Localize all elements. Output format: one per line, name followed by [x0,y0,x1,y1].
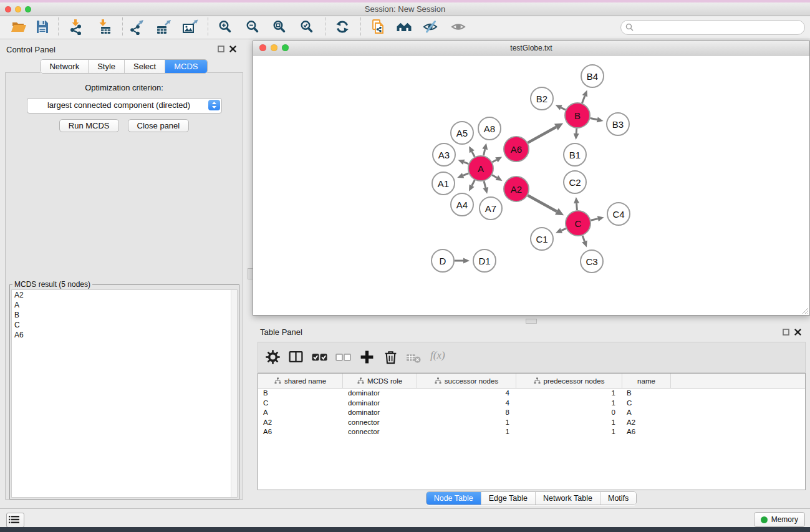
graph-edge-B-B2[interactable] [561,108,566,110]
graph-edge-C-C3[interactable] [582,236,584,241]
search-field[interactable] [620,20,805,35]
show-graphics-details-icon[interactable] [423,19,439,35]
table-cell[interactable]: 1 [516,418,622,428]
table-cell[interactable]: 8 [417,408,516,418]
graph-edge-A-A8[interactable] [483,149,485,155]
mcds-result-item[interactable]: A6 [12,330,237,340]
network-window-titlebar[interactable]: testGlobe.txt [253,41,809,56]
graph-edge-C-C2[interactable] [577,203,577,210]
table-cell[interactable]: A2 [622,418,671,428]
add-column-icon[interactable] [359,349,375,365]
table-cell[interactable]: dominator [343,408,417,418]
graph-edge-A-A5[interactable] [472,152,475,157]
graph-edge-A2-C[interactable] [528,195,557,211]
criterion-dropdown[interactable]: largest connected component (directed) [27,98,222,114]
graph-edge-A-A7[interactable] [484,181,486,188]
table-cell[interactable]: 1 [516,399,622,409]
tab-network-table[interactable]: Network Table [536,492,600,505]
table-cell[interactable]: C [622,399,671,409]
tab-mcds[interactable]: MCDS [165,60,206,73]
table-cell[interactable]: 1 [516,389,622,399]
open-session-icon[interactable] [11,19,27,35]
delete-table-icon[interactable] [406,349,422,365]
column-header-predecessor-nodes[interactable]: predecessor nodes [516,374,622,388]
column-header-shared-name[interactable]: shared name [258,374,343,388]
table-cell[interactable]: 1 [417,418,516,428]
table-cell[interactable]: dominator [343,389,417,399]
graph-edge-A-A6[interactable] [492,160,496,162]
table-cell[interactable]: 4 [417,389,516,399]
table-row[interactable]: A2connector11A2 [258,418,805,428]
tab-edge-table[interactable]: Edge Table [481,492,536,505]
export-image-icon[interactable] [182,19,198,35]
graph-edge-B-B1[interactable] [576,128,577,133]
mcds-result-item[interactable]: C [12,320,237,330]
zoom-fit-icon[interactable] [271,19,287,35]
table-cell[interactable]: A [258,408,343,418]
table-cell[interactable]: A6 [258,427,343,437]
close-panel-icon[interactable] [229,46,236,52]
zoom-selected-icon[interactable] [299,19,315,35]
mcds-result-list[interactable]: A2ABCA6 [11,289,238,498]
table-options-icon[interactable] [265,349,281,365]
table-cell[interactable]: connector [343,427,417,437]
graph-edge-A-A2[interactable] [492,175,497,178]
select-all-rows-icon[interactable] [312,349,328,365]
table-cell[interactable]: B [258,389,343,399]
hide-graphics-details-icon[interactable] [451,19,467,35]
export-table-icon[interactable] [155,19,171,35]
tab-node-table[interactable]: Node Table [427,492,481,505]
show-log-button[interactable] [6,513,24,528]
table-row[interactable]: Cdominator41C [258,399,805,409]
graph-edge-B-B4[interactable] [582,96,584,104]
table-cell[interactable]: A2 [258,418,343,428]
table-cell[interactable]: C [258,399,343,409]
graph-edge-A-A4[interactable] [472,180,475,186]
graph-edge-B-B3[interactable] [591,118,597,119]
import-network-icon[interactable] [68,19,84,35]
new-network-from-selection-icon[interactable] [370,19,387,35]
network-overview-icon[interactable] [396,19,412,35]
table-cell[interactable]: A6 [622,427,671,437]
scrollbar-track[interactable] [231,290,237,497]
horizontal-split-grip[interactable] [526,319,537,324]
column-header-successor-nodes[interactable]: successor nodes [417,374,516,388]
deselect-all-rows-icon[interactable] [335,349,352,365]
tab-select[interactable]: Select [125,60,165,73]
graph-edge-C-C4[interactable] [591,219,597,221]
graph-edge-A-A1[interactable] [463,173,469,176]
table-cell[interactable]: 4 [417,399,516,409]
table-cell[interactable]: A [622,408,671,418]
table-cell[interactable]: 1 [417,427,516,437]
table-row[interactable]: Bdominator41B [258,389,805,399]
mcds-result-item[interactable]: B [12,310,237,320]
graph-edge-A6-B[interactable] [528,127,556,143]
import-table-icon[interactable] [96,19,112,35]
mcds-result-item[interactable]: A [12,300,237,310]
graph-edge-A-A3[interactable] [464,162,468,164]
table-row[interactable]: Adominator80A [258,408,805,418]
float-panel-icon[interactable] [783,329,789,336]
table-cell[interactable]: 1 [516,427,622,437]
search-input[interactable] [637,22,799,33]
memory-button[interactable]: Memory [754,512,805,527]
close-panel-icon[interactable] [794,329,801,336]
column-header-name[interactable]: name [622,374,671,388]
run-mcds-button[interactable]: Run MCDS [59,119,119,132]
mcds-result-item[interactable]: A2 [12,290,237,300]
tab-motifs[interactable]: Motifs [600,492,636,505]
table-row[interactable]: A6connector11A6 [258,427,805,437]
table-cell[interactable]: B [622,389,671,399]
save-session-icon[interactable] [34,19,51,35]
export-network-icon[interactable] [128,19,145,35]
zoom-out-icon[interactable] [244,19,261,35]
table-cell[interactable]: dominator [343,399,417,409]
tab-network[interactable]: Network [41,60,89,73]
close-panel-button[interactable]: Close panel [128,119,190,132]
network-canvas[interactable]: B4B2BB3A8A5A6A3B1AC2A1A2A4A7C4CC1DD1C3 [253,56,809,315]
table-cell[interactable]: 0 [516,408,622,418]
delete-columns-icon[interactable] [383,349,399,365]
column-visibility-icon[interactable] [288,349,304,365]
apply-preferred-layout-icon[interactable] [334,19,350,35]
zoom-in-icon[interactable] [217,19,233,35]
